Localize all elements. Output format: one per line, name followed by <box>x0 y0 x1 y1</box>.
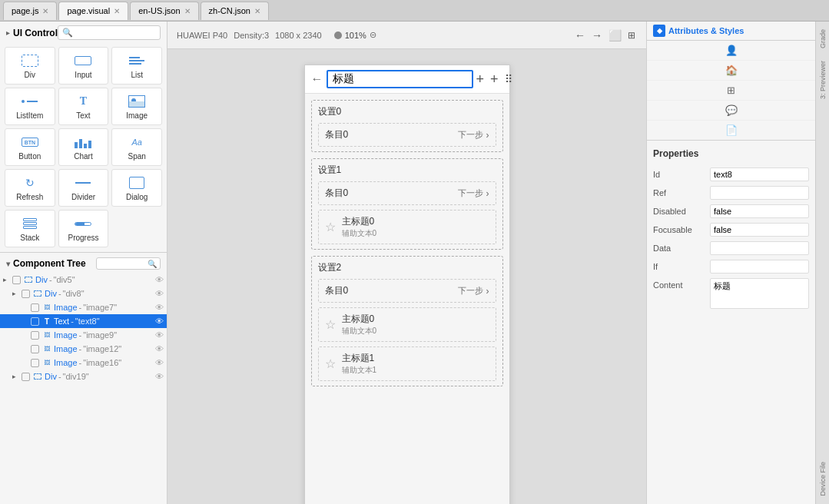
tree-checkbox-div19[interactable] <box>22 373 30 381</box>
tree-search-input[interactable] <box>100 259 146 268</box>
sidebar-strip-previewer[interactable]: 3: Previewer <box>817 56 829 104</box>
tab-close-icon[interactable]: ✕ <box>184 7 191 15</box>
ui-control-title: UI Control <box>13 28 58 38</box>
side-icon-5[interactable]: 📄 <box>647 121 815 140</box>
component-image[interactable]: Image <box>111 88 162 125</box>
tab-close-icon[interactable]: ✕ <box>114 7 120 15</box>
phone-back-button[interactable]: ← <box>311 72 323 86</box>
divider-icon <box>72 174 94 191</box>
eye-icon[interactable]: 👁 <box>155 372 164 381</box>
tree-item-image9[interactable]: 🖼 Image - "image9" 👁 <box>0 328 167 342</box>
span-icon: Aa <box>126 134 148 151</box>
tree-type-icon <box>23 274 34 285</box>
prop-textarea-content[interactable]: 标题 <box>710 278 809 309</box>
tree-item-div5[interactable]: ▸ Div - "div5" 👁 <box>0 273 167 287</box>
item-main-text: 主标题0 <box>342 215 377 228</box>
tree-item-type-label: Div <box>35 275 48 284</box>
tree-item-image7[interactable]: 🖼 Image - "image7" 👁 <box>0 300 167 314</box>
component-input[interactable]: Input <box>58 47 109 85</box>
component-text[interactable]: T Text <box>58 88 109 125</box>
add-icon[interactable]: + <box>476 71 485 88</box>
component-chart-label: Chart <box>74 152 92 161</box>
eye-icon[interactable]: 👁 <box>155 344 164 353</box>
screen-toggle-button[interactable]: ⬜ <box>607 28 623 43</box>
eye-icon[interactable]: 👁 <box>155 303 164 312</box>
tree-toggle-icon2: ▸ <box>12 373 22 380</box>
tab-page-visual[interactable]: page.visual ✕ <box>58 2 128 20</box>
prop-label-data: Data <box>653 241 707 253</box>
tree-checkbox-image7[interactable] <box>31 303 39 312</box>
prop-input-focusable[interactable] <box>710 223 809 237</box>
collapse-icon[interactable]: ▸ <box>6 28 10 37</box>
component-divider[interactable]: Divider <box>58 169 109 207</box>
component-stack[interactable]: Stack <box>5 210 55 247</box>
component-div[interactable]: Div <box>5 47 55 85</box>
tree-checkbox-image16[interactable] <box>31 359 39 367</box>
prop-input-if[interactable] <box>710 260 809 274</box>
eye-icon[interactable]: 👁 <box>155 330 164 340</box>
tab-en-us-json[interactable]: en-US.json ✕ <box>130 2 198 20</box>
add-icon2[interactable]: + <box>490 71 499 88</box>
image-shape <box>128 95 145 108</box>
nav-forward-button[interactable]: → <box>590 28 604 43</box>
listitem-dot <box>22 100 25 103</box>
tab-zh-cn-json[interactable]: zh-CN.json ✕ <box>201 2 269 20</box>
chart-shape <box>75 136 91 148</box>
tab-close-icon[interactable]: ✕ <box>254 7 260 15</box>
component-refresh[interactable]: ↻ Refresh <box>5 169 55 207</box>
component-text-label: Text <box>76 111 90 120</box>
star-icon2: ☆ <box>325 317 336 332</box>
prop-input-ref[interactable] <box>710 186 809 200</box>
tree-item-div19[interactable]: ▸ Div - "div19" 👁 <box>0 370 167 383</box>
eye-icon[interactable]: 👁 <box>155 358 164 367</box>
zoom-icon[interactable]: ⊝ <box>370 30 376 40</box>
sidebar-strip-grade[interactable]: Grade <box>817 25 829 53</box>
tree-item-image16[interactable]: 🖼 Image - "image16" 👁 <box>0 356 167 370</box>
eye-icon[interactable]: 👁 <box>155 275 164 284</box>
tree-checkbox-image12[interactable] <box>31 345 39 353</box>
tree-item-image12[interactable]: 🖼 Image - "image12" 👁 <box>0 342 167 356</box>
component-button[interactable]: BTN Button <box>5 128 55 166</box>
phone-title-input[interactable] <box>327 70 473 88</box>
side-icon-2[interactable]: 🏠 <box>647 61 815 81</box>
item-s2-1: ☆ 主标题1 辅助文本1 <box>318 346 496 381</box>
phone-frame: ← + + ⠿ 设置0 条目0 <box>304 65 510 504</box>
component-dialog[interactable]: Dialog <box>111 169 162 207</box>
component-image-label: Image <box>126 111 148 120</box>
side-icon-3[interactable]: ⊞ <box>647 81 815 101</box>
tree-checkbox-image9[interactable] <box>31 331 39 340</box>
tree-item-text8[interactable]: T Text - "text8" 👁 <box>0 314 167 328</box>
tab-page-js[interactable]: page.js ✕ <box>3 2 57 20</box>
prop-input-id[interactable] <box>710 167 809 181</box>
input-icon <box>72 52 94 69</box>
div-mini-icon <box>25 277 32 283</box>
eye-icon[interactable]: 👁 <box>155 317 164 326</box>
text-shape: T <box>80 95 87 108</box>
more-icon[interactable]: ⠿ <box>505 73 512 85</box>
eye-icon[interactable]: 👁 <box>155 289 164 298</box>
tree-checkbox-text8[interactable] <box>31 317 39 326</box>
component-span[interactable]: Aa Span <box>111 128 162 166</box>
ui-control-search-input[interactable] <box>75 28 156 38</box>
prop-row-disabled: Disabled <box>653 202 809 220</box>
tree-item-div8[interactable]: ▸ Div - "div8" 👁 <box>0 287 167 300</box>
tree-collapse-icon[interactable]: ▾ <box>6 260 10 268</box>
phone-content: 设置0 条目0 下一步 › 设置1 条目0 <box>305 94 509 393</box>
side-icon-4[interactable]: 💬 <box>647 101 815 121</box>
component-progress[interactable]: Progress <box>58 210 109 247</box>
right-panel-tabs: ◆ Attributes & Styles <box>647 22 815 41</box>
sidebar-strip-device-file[interactable]: Device File <box>817 457 829 501</box>
prop-input-disabled[interactable] <box>710 204 809 218</box>
nav-back-button[interactable]: ← <box>573 28 587 43</box>
multi-device-button[interactable]: ⊞ <box>626 28 637 42</box>
density-label: Density:3 <box>234 31 269 40</box>
prop-input-data[interactable] <box>710 241 809 255</box>
tree-checkbox-div8[interactable] <box>22 290 30 298</box>
component-chart[interactable]: Chart <box>58 128 109 166</box>
side-icon-1[interactable]: 👤 <box>647 41 815 61</box>
tab-close-icon[interactable]: ✕ <box>42 7 48 15</box>
tree-checkbox-div5[interactable] <box>12 276 21 284</box>
component-listitem[interactable]: ListItem <box>5 88 55 125</box>
component-list[interactable]: List <box>111 47 162 85</box>
right-tab-label[interactable]: Attributes & Styles <box>668 26 744 35</box>
